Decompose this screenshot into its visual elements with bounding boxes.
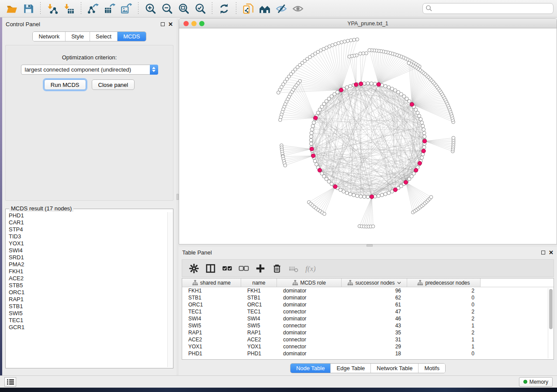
zoom-fit-icon[interactable] xyxy=(175,1,192,16)
mcds-result-item[interactable]: TEC1 xyxy=(7,317,167,324)
status-bar: Memory xyxy=(0,375,557,388)
table-cell: connector xyxy=(277,322,342,329)
search-field-wrap xyxy=(422,3,554,14)
float-panel-icon[interactable] xyxy=(161,22,165,26)
table-row[interactable]: ACE2ACE2connector311 xyxy=(182,336,554,343)
tab-mcds[interactable]: MCDS xyxy=(118,32,145,41)
float-table-panel-icon[interactable] xyxy=(541,251,545,254)
mcds-result-item[interactable]: STB1 xyxy=(7,303,167,310)
tab-node-table[interactable]: Node Table xyxy=(291,364,331,373)
function-builder-icon: f(x) xyxy=(303,261,318,275)
table-cell: dominator xyxy=(277,350,342,357)
column-layout-icon[interactable] xyxy=(203,261,218,275)
table-cell: ORC1 xyxy=(241,301,277,308)
table-cell: 0 xyxy=(407,350,481,357)
table-cell: STB1 xyxy=(182,294,241,301)
table-cell: SWI5 xyxy=(241,322,277,329)
control-panel-tabs: NetworkStyleSelectMCDS xyxy=(32,31,146,41)
open-folder-icon[interactable] xyxy=(3,1,20,16)
export-table-icon[interactable] xyxy=(101,1,118,16)
network-canvas[interactable] xyxy=(179,28,557,244)
zoom-selected-icon[interactable] xyxy=(192,1,208,16)
add-icon[interactable] xyxy=(253,261,268,275)
delete-icon[interactable] xyxy=(270,261,284,275)
window-minimize-icon[interactable] xyxy=(191,21,197,26)
table-row[interactable]: YOX1YOX1connector291 xyxy=(182,343,554,350)
mcds-result-item[interactable]: STP4 xyxy=(7,226,167,233)
mcds-result-item[interactable]: RAP1 xyxy=(7,296,167,303)
search-input[interactable] xyxy=(422,3,554,14)
mcds-result-item[interactable]: CAR1 xyxy=(7,219,167,226)
table-row[interactable]: ORC1ORC1dominator610 xyxy=(182,301,554,308)
table-cell: dominator xyxy=(277,315,342,322)
mcds-result-item[interactable]: FKH1 xyxy=(7,268,167,275)
tab-network[interactable]: Network xyxy=(33,32,66,41)
table-cell: STB1 xyxy=(241,294,277,301)
column-header-successor-nodes[interactable]: successor nodes xyxy=(342,279,407,287)
show-graphics-details-icon[interactable] xyxy=(290,1,306,16)
import-table-icon[interactable] xyxy=(61,1,77,16)
mcds-result-item[interactable]: TID3 xyxy=(7,233,167,240)
table-row[interactable]: PHD1PHD1dominator180 xyxy=(182,350,554,357)
table-row[interactable]: RAP1RAP1dominator352 xyxy=(182,329,554,336)
table-scrollbar[interactable] xyxy=(548,288,553,358)
mcds-list-scrollbar[interactable] xyxy=(167,212,173,367)
mcds-result-item[interactable]: PMA2 xyxy=(7,261,167,268)
column-header-shared-name[interactable]: shared name xyxy=(182,279,241,287)
tab-motifs[interactable]: Motifs xyxy=(419,364,445,373)
network-overview-icon[interactable] xyxy=(256,1,273,16)
mcds-result-item[interactable]: YOX1 xyxy=(7,240,167,247)
network-window-titlebar[interactable]: YPA_prune.txt_1 xyxy=(179,19,557,28)
zoom-in-icon[interactable] xyxy=(142,1,159,16)
settings-icon[interactable] xyxy=(187,261,201,275)
zoom-out-icon[interactable] xyxy=(159,1,175,16)
tab-select[interactable]: Select xyxy=(90,32,118,41)
mcds-result-item[interactable]: SWI4 xyxy=(7,247,167,254)
network-window: YPA_prune.txt_1 xyxy=(179,18,557,244)
mcds-result-item[interactable]: GCR1 xyxy=(7,324,167,331)
column-header-predecessor-nodes[interactable]: predecessor nodes xyxy=(407,279,481,287)
window-zoom-icon[interactable] xyxy=(199,21,204,26)
select-all-icon[interactable] xyxy=(220,261,235,275)
column-header-name[interactable]: name xyxy=(241,279,277,287)
optimization-criterion-dropdown[interactable]: largest connected component (undirected) xyxy=(21,65,158,75)
export-network-icon[interactable] xyxy=(85,1,101,16)
column-header-MCDS-role[interactable]: MCDS role xyxy=(277,279,342,287)
mcds-result-item[interactable]: SRD1 xyxy=(7,254,167,261)
tab-style[interactable]: Style xyxy=(66,32,90,41)
mcds-tab-content: Optimization criterion: largest connecte… xyxy=(5,45,173,201)
save-icon[interactable] xyxy=(20,1,37,16)
table-row[interactable]: STB1STB1dominator620 xyxy=(182,294,554,301)
close-panel-icon[interactable]: ✕ xyxy=(168,21,173,27)
mcds-result-item[interactable]: ACE2 xyxy=(7,275,167,282)
toolbar-separator xyxy=(81,2,81,15)
close-panel-button[interactable]: Close panel xyxy=(92,79,135,90)
window-close-icon[interactable] xyxy=(183,21,189,26)
table-row[interactable]: SWI4SWI4dominator462 xyxy=(182,315,554,322)
toolbar-separator xyxy=(138,2,138,15)
deselect-all-icon[interactable] xyxy=(236,261,251,275)
task-history-button[interactable] xyxy=(4,377,16,387)
table-row[interactable]: FKH1FKH1dominator962 xyxy=(182,287,554,294)
main-toolbar xyxy=(0,0,557,17)
tab-edge-table[interactable]: Edge Table xyxy=(331,364,371,373)
mcds-result-item[interactable]: SWI5 xyxy=(7,310,167,317)
network-graph[interactable] xyxy=(179,28,557,244)
close-table-panel-icon[interactable]: ✕ xyxy=(549,250,554,255)
mcds-result-item[interactable]: ORC1 xyxy=(7,289,167,296)
memory-button[interactable]: Memory xyxy=(519,377,553,387)
hide-graphics-details-icon[interactable] xyxy=(273,1,290,16)
mcds-result-item[interactable]: STB5 xyxy=(7,282,167,289)
toolbar-separator xyxy=(236,2,236,15)
run-mcds-button[interactable]: Run MCDS xyxy=(44,79,86,90)
table-row[interactable]: TEC1TEC1connector472 xyxy=(182,308,554,315)
mcds-result-item[interactable]: PHD1 xyxy=(7,212,167,219)
import-network-icon[interactable] xyxy=(44,1,61,16)
refresh-icon[interactable] xyxy=(216,1,232,16)
table-panel: Table Panel ✕ f(x) shared namenameMCDS r… xyxy=(179,247,557,375)
export-image-icon[interactable] xyxy=(118,1,135,16)
table-row[interactable]: SWI5SWI5connector431 xyxy=(182,322,554,329)
tab-network-table[interactable]: Network Table xyxy=(371,364,419,373)
clone-network-icon[interactable] xyxy=(240,1,256,16)
table-cell: 2 xyxy=(407,315,481,322)
